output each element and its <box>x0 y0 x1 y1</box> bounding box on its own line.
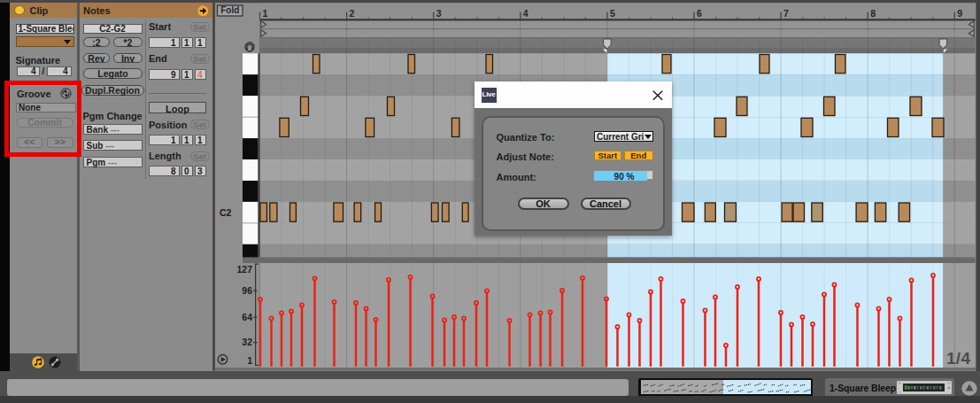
svg-text:8: 8 <box>870 8 876 19</box>
svg-text:32: 32 <box>242 337 252 347</box>
svg-text:2: 2 <box>350 8 355 19</box>
svg-text:C2: C2 <box>220 207 232 218</box>
svg-text:1: 1 <box>247 355 252 366</box>
svg-text:6: 6 <box>697 8 702 19</box>
svg-text:9: 9 <box>957 8 962 19</box>
svg-text:7: 7 <box>783 8 789 19</box>
svg-text:5: 5 <box>610 8 615 19</box>
svg-text:1: 1 <box>263 8 268 19</box>
svg-text:1/4: 1/4 <box>946 349 970 368</box>
svg-text:127: 127 <box>236 264 252 275</box>
svg-text:96: 96 <box>242 285 252 296</box>
svg-text:Fold: Fold <box>220 5 239 15</box>
svg-text:64: 64 <box>242 312 252 322</box>
svg-text:3: 3 <box>436 8 442 19</box>
svg-text:4: 4 <box>523 8 529 19</box>
